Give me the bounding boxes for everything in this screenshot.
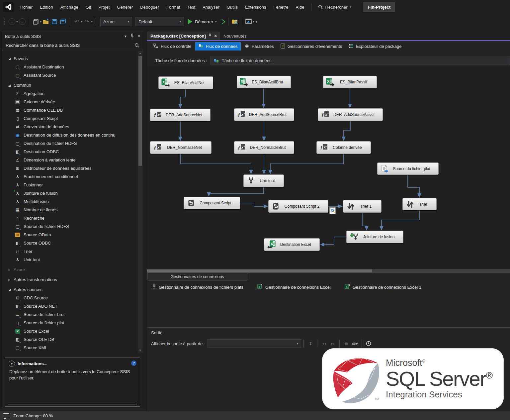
toolbox-item-source-ado-net[interactable]: ◧→Source ADO NET [2,302,143,310]
toolbox-item-destination-du-fichier-hdfs[interactable]: ▢←Destination du fichier HDFS [2,139,143,148]
menu-item-g-n-rer[interactable]: Générer [113,3,136,11]
menu-item-aide[interactable]: Aide [292,3,308,11]
help-icon[interactable]: ? [131,361,136,366]
menu-item-d-boguer[interactable]: Déboguer [136,3,163,11]
toolbox-item-destination-de-diffusion-des-donn-es-en-continu[interactable]: ▣←Destination de diffusion des données e… [2,131,143,139]
window-layout-button[interactable] [245,17,253,26]
flow-edge-6[interactable] [181,154,251,173]
toolbox-section-azure[interactable]: ▷Azure [2,265,143,274]
toolbox-item-source-du-fichier-plat[interactable]: ▯→Source du fichier plat [2,319,143,327]
scrollbar-thumb[interactable] [147,269,372,272]
save-all-button[interactable] [59,17,67,26]
data-flow-canvas[interactable]: XES_BilanActifNetXES_BilanActifBrutXES_B… [147,66,510,269]
toolbox-item-commande-ole-db[interactable]: ▦Commande OLE DB [2,106,143,114]
pin-icon[interactable] [130,34,134,39]
navigate-back-button[interactable]: ← [8,17,16,26]
toolbox-item-trier[interactable]: ↓↑Trier [2,247,143,256]
flow-node-unir-tout[interactable]: Unir tout [243,174,284,187]
search-button[interactable]: Rechercher ▾ [315,3,355,11]
scroll-down-icon[interactable]: ▼ [138,348,142,353]
connection-managers-tab[interactable]: Gestionnaires de connexions [147,273,247,280]
menu-item-analyser[interactable]: Analyser [199,3,223,11]
doc-tab-nouveaut-s[interactable]: Nouveautés [220,32,250,40]
flow-edge-8[interactable] [270,154,344,173]
window-menu-icon[interactable]: ▾ [125,34,127,39]
tab-flux-de-contr-le[interactable]: Flux de contrôle [150,42,195,51]
menu-item-format[interactable]: Format [163,3,184,11]
magnifier-badge-icon[interactable] [329,207,336,214]
output-source-dropdown[interactable]: ▾ [208,339,301,348]
add-to-source-control-button[interactable] [231,17,239,26]
flow-node-der-normalizenet[interactable]: fx²DER_NormalizeNet [150,141,212,154]
toolbox-item-dimension-variation-lente[interactable]: ∠Dimension à variation lente [2,156,143,164]
flow-node-destination-excel[interactable]: XDestination Excel [264,238,320,251]
next-message-icon[interactable]: ↦ [328,340,337,347]
menu-item-fen-tre[interactable]: Fenêtre [270,3,292,11]
flow-edge-13[interactable] [408,175,419,197]
flow-node-colonne-d-riv-e[interactable]: fx²Colonne dérivée [316,141,371,154]
toolbox-item-source-de-fichier-brut[interactable]: ▭→Source de fichier brut [2,310,143,319]
word-wrap-icon[interactable]: ab↵ [351,340,359,347]
flow-node-es-bilanactifnet[interactable]: XES_BilanActifNet [158,76,213,89]
toolbar-grip[interactable] [4,17,6,26]
connection-manager-gestionnaire-de-connexions-excel-1[interactable]: xGestionnaire de connexions Excel 1 [345,284,421,290]
toolbox-section-favoris[interactable]: ◢Favoris [2,54,143,63]
toolbox-search-input[interactable]: Rechercher dans la boîte à outils SSIS [2,41,143,50]
tab-explorateur-de-package[interactable]: Explorateur de package [346,42,404,51]
flow-node-composant-script[interactable]: Composant Script [184,197,240,209]
menu-item-edition[interactable]: Edition [36,3,57,11]
scroll-up-icon[interactable]: ▲ [138,51,142,55]
clock-icon[interactable] [364,340,373,347]
flow-edge-10[interactable] [240,203,267,206]
tab-param-tres[interactable]: Paramètres [241,42,277,51]
menu-item-git[interactable]: Git [82,3,95,11]
open-file-button[interactable] [42,17,50,26]
flow-node-der-addsourcenet[interactable]: fx²DER_AddSourceNet [150,109,211,121]
toolbox-item-source-odbc[interactable]: ◧→Source ODBC [2,239,143,247]
toolbox-item-fusionner[interactable]: YFusionner [2,181,143,189]
toolbox-item-colonne-d-riv-e[interactable]: fxColonne dérivée [2,98,143,106]
toolbox-item-assistant-source[interactable]: ▢→Assistant Source [2,71,143,79]
flow-node-jointure-de-fusion[interactable]: Jointure de fusion [346,231,403,243]
flow-node-es-bilanpassif[interactable]: XES_BilanPassif [323,76,377,88]
menu-item-extensions[interactable]: Extensions [241,3,270,11]
menu-item-test[interactable]: Test [184,3,199,11]
flow-edge-5[interactable] [344,121,350,140]
toolbox-item-unir-tout[interactable]: YUnir tout [2,256,143,264]
flow-edge-0[interactable] [180,89,186,108]
data-flow-task-selector[interactable]: Tâche de flux de données [211,56,510,65]
close-icon[interactable]: × [214,33,217,39]
toolbar-overflow-icon[interactable]: ▾ [256,20,257,24]
flow-edge-9[interactable] [209,187,264,196]
toolbox-section-autres-sources[interactable]: ◢Autres sources [2,285,143,294]
scrollbar-thumb[interactable] [138,56,142,166]
flow-node-trier[interactable]: Trier [402,198,437,210]
toolbox-item-cdc-source[interactable]: ⊡→CDC Source [2,294,143,302]
platform-dropdown[interactable]: Default▾ [135,17,184,26]
undo-button[interactable]: ↶ [73,17,81,26]
flow-node-der-addsourcebrut[interactable]: fx²DER_AddSourceBrut [234,108,294,121]
toolbox-item-source-excel[interactable]: X→Source Excel [2,327,143,335]
toolbox-item-recherche[interactable]: ∴Recherche [2,214,143,222]
start-debug-button[interactable]: Démarrer▾ [188,17,216,26]
pin-icon[interactable] [209,34,212,39]
toolbox-item-source-ole-db[interactable]: ◧→Source OLE DB [2,335,143,344]
redo-button[interactable]: ↷ [83,17,91,26]
new-project-button[interactable] [32,17,40,26]
toolbox-item-conversion-de-donn-es[interactable]: ⇄Conversion de données [2,123,143,131]
toolbox-item-nombre-de-lignes[interactable]: ▦Nombre de lignes [2,206,143,214]
toolbox-section-autres-transformations[interactable]: ▷Autres transformations [2,275,143,284]
toolbox-item-source-odata[interactable]: ▤Source OData [2,231,143,239]
toolbox-item-assistant-destination[interactable]: ▢←Assistant Destination [2,63,143,71]
flow-edge-14[interactable] [382,210,419,230]
save-button[interactable] [50,17,58,26]
doc-tab-package-dtsx-conception[interactable]: Package.dtsx [Conception]× [147,32,220,40]
connection-manager-gestionnaire-de-connexions-excel[interactable]: xGestionnaire de connexions Excel [257,284,331,290]
toolbox-item-agr-gation[interactable]: ΣAgrégation [2,89,143,98]
toolbox-item-composant-script[interactable]: ▯Composant Script [2,114,143,123]
flow-node-der-addsourcepassif[interactable]: fx²DER_AddSourcePassif [318,108,383,121]
flow-node-der-normalizebrut[interactable]: fx²DER_NormalizeBrut [234,141,294,154]
toolbox-item-source-du-fichier-hdfs[interactable]: ▢→Source du fichier HDFS [2,222,143,231]
toolbox-scrollbar[interactable]: ▲ ▼ [138,51,142,353]
connection-manager-gestionnaire-de-connexions-de-fichiers-plats[interactable]: Gestionnaire de connexions de fichiers p… [152,284,243,290]
